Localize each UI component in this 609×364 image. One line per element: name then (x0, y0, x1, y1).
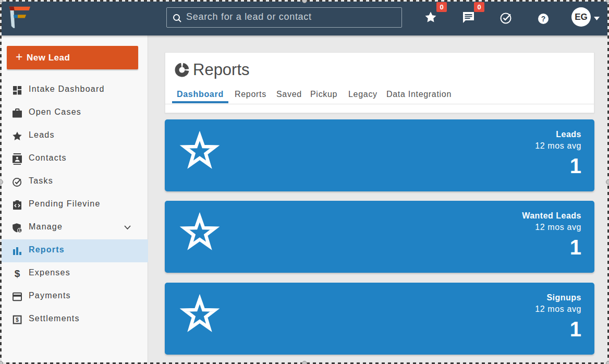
svg-text:?: ? (541, 15, 546, 23)
svg-text:$: $ (15, 269, 20, 278)
svg-text:$: $ (16, 317, 19, 323)
